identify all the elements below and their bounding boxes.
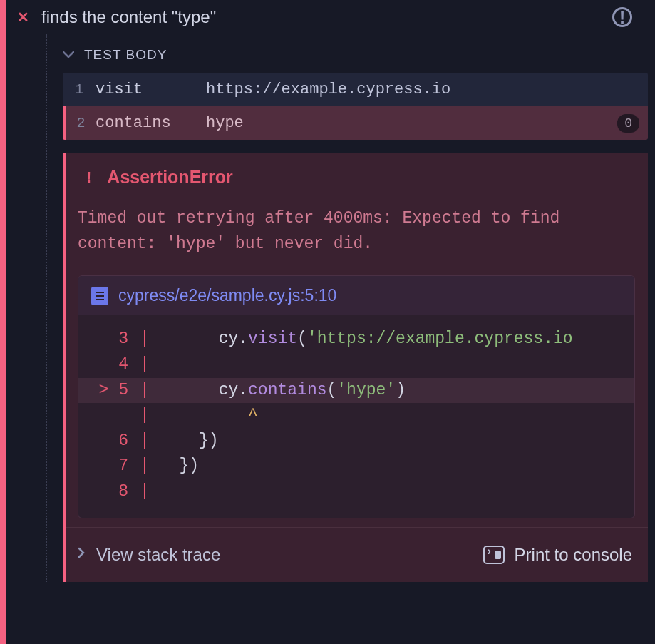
document-icon <box>91 287 108 305</box>
command-index: 2 <box>66 115 96 131</box>
error-name: AssertionError <box>107 167 232 188</box>
error-footer: View stack trace Print to console <box>66 527 648 582</box>
error-panel: ! AssertionError Timed out retrying afte… <box>63 153 648 582</box>
command-arg: hype <box>206 114 617 132</box>
code-line: 8| <box>78 479 634 505</box>
command-log: 1 visit https://example.cypress.io 2 con… <box>63 73 648 140</box>
fail-icon: ✕ <box>16 9 30 26</box>
print-to-console-button[interactable]: Print to console <box>483 545 632 565</box>
command-row[interactable]: 1 visit https://example.cypress.io <box>63 73 648 106</box>
code-line: 3| cy.visit('https://example.cypress.io <box>78 327 634 352</box>
stack-trace-label: View stack trace <box>96 545 220 565</box>
alert-icon[interactable]: ! <box>612 7 632 27</box>
code-frame-header[interactable]: cypress/e2e/sample.cy.js:5:10 <box>78 276 634 315</box>
code-file-location: cypress/e2e/sample.cy.js:5:10 <box>118 286 336 305</box>
print-console-label: Print to console <box>515 545 632 565</box>
console-icon <box>483 546 505 564</box>
error-title-row: ! AssertionError <box>66 153 648 200</box>
test-body-label: TEST BODY <box>84 47 167 63</box>
error-bang-icon: ! <box>86 168 91 187</box>
command-index: 1 <box>63 81 96 98</box>
code-line: 7| }) <box>78 454 634 479</box>
command-name: visit <box>96 81 206 98</box>
error-message: Timed out retrying after 4000ms: Expecte… <box>66 200 648 271</box>
code-line: > 5| cy.contains('hype') <box>78 378 634 404</box>
code-line: 6| }) <box>78 429 634 454</box>
status-bar <box>0 0 6 644</box>
element-count-badge: 0 <box>617 114 639 133</box>
code-frame: cypress/e2e/sample.cy.js:5:10 3| cy.visi… <box>78 275 635 518</box>
code-line: 4| <box>78 352 634 378</box>
code-body: 3| cy.visit('https://example.cypress.io … <box>78 315 634 517</box>
test-runner-panel: ✕ finds the content "type" ! TEST BODY 1… <box>0 0 655 644</box>
view-stack-trace-button[interactable]: View stack trace <box>78 545 220 565</box>
command-name: contains <box>96 114 206 132</box>
test-title-row[interactable]: ✕ finds the content "type" ! <box>6 0 648 34</box>
command-arg: https://example.cypress.io <box>206 81 648 98</box>
chevron-down-icon <box>63 49 74 61</box>
command-row[interactable]: 2 contains hype 0 <box>63 106 648 140</box>
test-body-header[interactable]: TEST BODY <box>47 34 648 73</box>
code-line: | ^ <box>78 403 634 429</box>
test-title: finds the content "type" <box>41 7 601 27</box>
chevron-right-icon <box>78 547 85 562</box>
test-body: TEST BODY 1 visit https://example.cypres… <box>46 34 648 582</box>
main-panel: ✕ finds the content "type" ! TEST BODY 1… <box>6 0 655 644</box>
